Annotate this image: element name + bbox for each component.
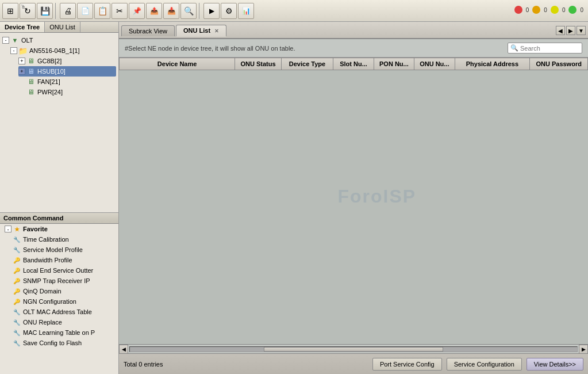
tree-label-hsub: HSUB[10]	[37, 68, 66, 75]
col-device-type[interactable]: Device Type	[281, 58, 333, 70]
col-slot-num[interactable]: Slot Nu...	[333, 58, 374, 70]
toolbar-btn-print[interactable]: 🖨	[60, 3, 76, 19]
total-entries-label: Total 0 entries	[124, 361, 368, 368]
traffic-lights: 0 0 0 0	[514, 6, 583, 14]
wrench-icon-1: 🔧	[13, 235, 21, 243]
search-icon: 🔍	[510, 44, 518, 52]
cmd-snmp-trap-label: SNMP Trap Receiver IP	[23, 277, 90, 284]
col-onu-password[interactable]: ONU Password	[530, 58, 588, 70]
toolbar-btn-doc[interactable]: 📄	[77, 3, 93, 19]
key-icon-4: 🔑	[13, 287, 21, 295]
tree-expand-hsub[interactable]: +	[18, 68, 25, 75]
col-pon-num[interactable]: PON Nu...	[374, 58, 414, 70]
port-service-config-button[interactable]: Port Service Config	[372, 358, 442, 371]
cmd-time-calibration-label: Time Calibration	[23, 236, 69, 243]
cmd-olt-mac-label: OLT MAC Address Table	[23, 308, 92, 315]
col-onu-status[interactable]: ONU Status	[235, 58, 281, 70]
cmd-ngn-label: NGN Configuration	[23, 298, 76, 305]
toolbar-btn-copy[interactable]: 📋	[94, 3, 110, 19]
cmd-local-end-label: Local End Service Outter	[23, 267, 93, 274]
tree-item-pwr[interactable]: 🖥 PWR[24]	[18, 87, 116, 97]
scroll-track[interactable]	[129, 346, 578, 352]
wrench-icon-6: 🔧	[13, 339, 21, 347]
col-physical-address[interactable]: Physical Address	[455, 58, 530, 70]
cmd-olt-mac-address[interactable]: 🔧 OLT MAC Address Table	[8, 307, 118, 317]
cmd-ngn-config[interactable]: 🔑 NGN Configuration	[8, 296, 118, 307]
favorite-icon: ★	[13, 225, 21, 233]
tab-nav-next[interactable]: ▶	[566, 26, 575, 35]
traffic-green	[568, 6, 577, 14]
tree-item-olt[interactable]: - ▼ OLT	[2, 35, 116, 45]
cmd-onu-replace[interactable]: 🔧 ONU Replace	[8, 317, 118, 327]
cmd-qinq-domain[interactable]: 🔑 QinQ Domain	[8, 286, 118, 296]
tab-nav-menu[interactable]: ▼	[577, 26, 586, 35]
tab-bar: Subrack View ONU List ✕ ◀ ▶ ▼	[119, 22, 588, 39]
onu-table: Device Name ONU Status Device Type Slot …	[119, 58, 588, 70]
col-onu-num[interactable]: ONU Nu...	[414, 58, 455, 70]
cmd-time-calibration[interactable]: 🔧 Time Calibration	[8, 234, 118, 245]
view-details-button[interactable]: View Details>>	[526, 358, 583, 371]
tree-item-fan[interactable]: 🖥 FAN[21]	[18, 77, 116, 87]
tree-label-fan: FAN[21]	[37, 78, 60, 85]
toolbar-btn-save[interactable]: 💾	[37, 3, 53, 19]
traffic-yellow-count: 0	[562, 7, 566, 13]
device-icon-fan: 🖥	[26, 77, 36, 86]
toolbar-btn-refresh[interactable]: ↻ 🖱	[20, 3, 36, 19]
tree-label-olt: OLT	[21, 37, 33, 44]
tree-item-hsub[interactable]: + 🖥 HSUB[10]	[18, 66, 116, 77]
tree-content: - ▼ OLT - 📁 AN5516-04B_1[1] + 🖥 GC8B[2]	[0, 33, 118, 100]
device-tree-section: Device Tree ONU List - ▼ OLT - 📁 AN5516-…	[0, 22, 118, 213]
table-header-row: Device Name ONU Status Device Type Slot …	[120, 58, 588, 70]
toolbar-btn-grid[interactable]: ⊞	[2, 3, 18, 19]
service-configuration-button[interactable]: Service Configuration	[447, 358, 522, 371]
search-box[interactable]: 🔍	[508, 43, 582, 54]
tab-onu-list[interactable]: ONU List ✕	[176, 25, 226, 37]
tab-onu-list-close[interactable]: ✕	[214, 28, 219, 34]
main-container: Device Tree ONU List - ▼ OLT - 📁 AN5516-…	[0, 22, 588, 374]
tree-item-an5516[interactable]: - 📁 AN5516-04B_1[1]	[10, 45, 116, 56]
toolbar-btn-export[interactable]: 📤	[146, 3, 162, 19]
device-icon-hsub: 🖥	[26, 67, 36, 76]
tree-expand-gc8b[interactable]: +	[18, 58, 25, 64]
traffic-green-count: 0	[580, 7, 583, 13]
toolbar-btn-chart[interactable]: 📊	[238, 3, 254, 19]
tab-nav-prev[interactable]: ◀	[556, 26, 565, 35]
olt-icon: ▼	[10, 36, 20, 45]
cmd-snmp-trap[interactable]: 🔑 SNMP Trap Receiver IP	[8, 276, 118, 286]
toolbar-btn-cut[interactable]: ✂	[112, 3, 128, 19]
left-panel: Device Tree ONU List - ▼ OLT - 📁 AN5516-…	[0, 22, 119, 374]
wrench-icon-4: 🔧	[13, 318, 21, 326]
scroll-right-btn[interactable]: ▶	[579, 345, 588, 354]
toolbar-btn-import[interactable]: 📥	[163, 3, 179, 19]
toolbar-btn-run[interactable]: ▶	[203, 3, 220, 19]
tree-expand-olt[interactable]: -	[2, 37, 9, 44]
cmd-favorite-label: Favorite	[23, 226, 48, 232]
data-table: Device Name ONU Status Device Type Slot …	[119, 58, 588, 344]
key-icon-3: 🔑	[13, 277, 21, 285]
separator-1	[55, 3, 57, 19]
cmd-mac-learning-label: MAC Learning Table on P	[23, 329, 95, 336]
toolbar-btn-find[interactable]: 🔍	[180, 3, 197, 19]
cmd-favorite-group[interactable]: - ★ Favorite	[0, 224, 118, 234]
tree-expand-an5516[interactable]: -	[10, 47, 17, 54]
scroll-thumb[interactable]	[264, 347, 443, 352]
search-input[interactable]	[520, 45, 578, 52]
cmd-local-end-service[interactable]: 🔑 Local End Service Outter	[8, 265, 118, 276]
scroll-left-btn[interactable]: ◀	[119, 345, 128, 354]
cmd-mac-learning-table[interactable]: 🔧 MAC Learning Table on P	[8, 327, 118, 338]
traffic-red	[514, 6, 522, 14]
tree-label-an5516: AN5516-04B_1[1]	[29, 47, 79, 54]
toolbar-btn-pin[interactable]: 📌	[129, 3, 145, 19]
tab-onu-list-left[interactable]: ONU List	[45, 22, 80, 32]
tree-expand-favorite[interactable]: -	[5, 226, 11, 232]
col-device-name[interactable]: Device Name	[120, 58, 235, 70]
cmd-save-config[interactable]: 🔧 Save Config to Flash	[8, 338, 118, 348]
tab-device-tree[interactable]: Device Tree	[0, 22, 45, 32]
h-scrollbar: ◀ ▶	[119, 344, 588, 353]
cmd-bandwidth-profile[interactable]: 🔑 Bandwidth Profile	[8, 255, 118, 265]
tree-item-gc8b[interactable]: + 🖥 GC8B[2]	[18, 56, 116, 66]
toolbar-btn-settings[interactable]: ⚙	[221, 3, 237, 19]
tree-label-pwr: PWR[24]	[37, 89, 63, 96]
cmd-service-model-profile[interactable]: 🔧 Service Model Profile	[8, 245, 118, 255]
tab-subrack-view[interactable]: Subrack View	[121, 25, 175, 36]
